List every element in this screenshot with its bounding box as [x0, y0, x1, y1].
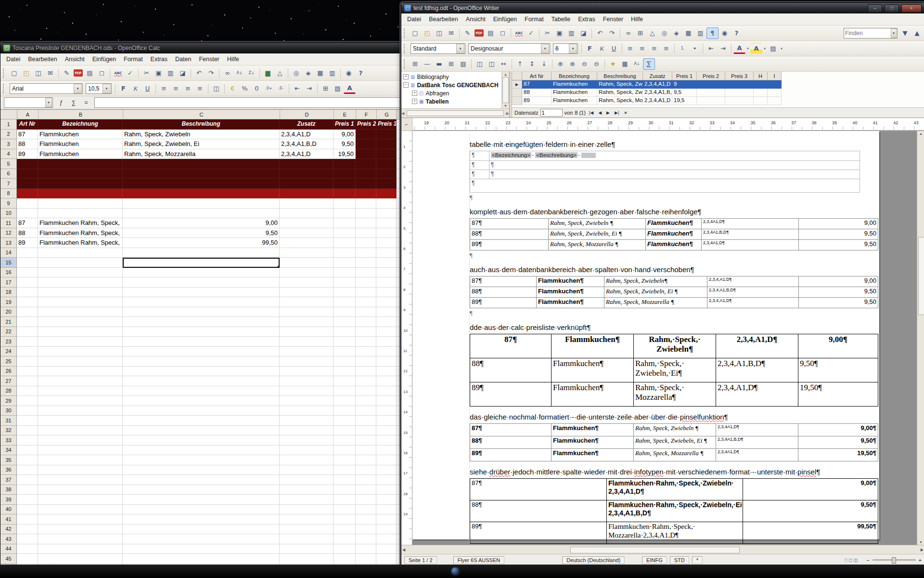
calc-cell-e9[interactable]: [334, 198, 356, 209]
find-replace-icon[interactable]: ◎: [290, 67, 302, 79]
calc-cell-g2[interactable]: [376, 130, 397, 140]
doc-table-cell[interactable]: Rahm,·Speck,· Zwiebeln,·Ei¶: [634, 358, 716, 382]
calc-cell-f37[interactable]: [356, 475, 376, 485]
minimize-button[interactable]: –: [868, 4, 882, 13]
calc-cell-g43[interactable]: [376, 534, 397, 544]
calc-cell-c30[interactable]: [123, 406, 280, 416]
doc-table-cell[interactable]: Rahm, Speck, Zwiebeln ¶: [549, 219, 646, 229]
calc-cell-a33[interactable]: [17, 435, 38, 446]
calc-col-header-e[interactable]: E: [334, 110, 356, 119]
calc-cell-a28[interactable]: [17, 386, 38, 396]
ds-cell[interactable]: [768, 97, 782, 105]
calc-cell-e10[interactable]: [334, 209, 356, 219]
calc-cell-c18[interactable]: [123, 288, 280, 298]
field-chip-beschreibung[interactable]: <Beschreibung>: [535, 152, 578, 158]
line-style-icon[interactable]: —: [421, 58, 433, 70]
first-record-icon[interactable]: |◀: [588, 110, 595, 115]
calc-cell-b42[interactable]: [38, 525, 123, 535]
calc-cell-d29[interactable]: [280, 396, 334, 406]
calc-cell-f1[interactable]: Preis 2: [356, 119, 376, 130]
doc-table-cell[interactable]: 9,50: [799, 287, 878, 298]
doc-table-cell[interactable]: 19,50¶: [798, 449, 878, 461]
calc-cell-g39[interactable]: [376, 495, 397, 505]
calc-cell-e2[interactable]: 9,00: [334, 130, 356, 140]
doc-table-cell[interactable]: Flammkuchen¶: [552, 382, 634, 407]
writer-page[interactable]: tabelle·mit·eingefügten·feldern·in·einer…: [412, 131, 879, 539]
calc-cell-e35[interactable]: [334, 455, 356, 465]
italic-icon[interactable]: K: [129, 83, 141, 94]
doc-table-cell[interactable]: Rahm, Speck, Zwiebeln, Ei ¶: [634, 436, 716, 449]
calc-cell-e36[interactable]: [334, 465, 356, 475]
field-chip-bezeichnung[interactable]: <Bezeichnung>: [491, 152, 531, 158]
calc-cell-f15[interactable]: [356, 258, 376, 268]
cut-icon[interactable]: ✂: [141, 67, 153, 79]
doc-table-cell[interactable]: Flammkuchen¶: [552, 436, 634, 449]
calc-cell-e16[interactable]: [334, 268, 356, 278]
doc-table-cell[interactable]: 87¶: [470, 424, 552, 436]
calc-cell-f25[interactable]: [356, 356, 376, 367]
calc-cell-e29[interactable]: [334, 396, 356, 406]
calc-cell-a6[interactable]: [17, 169, 38, 179]
taskbar-icon[interactable]: [451, 567, 459, 575]
calc-col-header-c[interactable]: C: [123, 110, 280, 119]
highlight-color-icon[interactable]: A: [750, 43, 762, 54]
italic-icon[interactable]: K: [596, 43, 608, 54]
calc-cell-f7[interactable]: [356, 179, 376, 189]
doc-table-cell[interactable]: 88¶: [470, 229, 549, 240]
ds-cell[interactable]: Rahm, Speck, Zwi: [597, 80, 643, 89]
help-icon[interactable]: ?: [355, 67, 367, 79]
calc-cell-a10[interactable]: [17, 209, 38, 219]
calc-cell-f40[interactable]: [356, 505, 376, 515]
calc-cell-c38[interactable]: [123, 485, 280, 495]
calc-cell-f43[interactable]: [356, 534, 376, 544]
ds-cell[interactable]: [768, 89, 782, 97]
calc-cell-f36[interactable]: [356, 465, 376, 475]
calc-cell-b35[interactable]: [38, 455, 123, 465]
calc-cell-f33[interactable]: [356, 435, 376, 446]
spellcheck-icon[interactable]: ABC: [513, 27, 525, 39]
doc-table-cell[interactable]: Flammkuchen¶: [537, 287, 604, 298]
calc-cell-d16[interactable]: [280, 268, 334, 278]
calc-cell-c36[interactable]: [123, 465, 280, 475]
merge-cells-icon[interactable]: ◫: [474, 58, 486, 70]
zoom-slider[interactable]: [873, 559, 916, 561]
calc-cell-c29[interactable]: [123, 396, 280, 406]
calc-cell-f2[interactable]: [356, 130, 376, 140]
calc-cell-f3[interactable]: [356, 139, 376, 149]
print-icon[interactable]: ▤: [84, 67, 96, 79]
calc-cell-g33[interactable]: [376, 435, 397, 446]
calc-cell-d21[interactable]: [280, 317, 334, 327]
doc-table-cell[interactable]: Flammkuchen¶: [537, 276, 604, 287]
delete-row-icon[interactable]: ⊖: [578, 58, 590, 70]
doc-table-cell[interactable]: Flammkuchen¶: [552, 449, 634, 461]
add-decimal-icon[interactable]: .0+: [263, 83, 275, 94]
calc-cell-f4[interactable]: [356, 149, 376, 159]
calc-cell-c34[interactable]: [123, 446, 280, 456]
pdf-export-icon[interactable]: PDF: [74, 69, 83, 77]
new-document-icon[interactable]: ▢: [409, 27, 421, 39]
calc-cell-c25[interactable]: [123, 356, 280, 367]
autospellcheck-icon[interactable]: ✓: [525, 27, 537, 39]
name-box[interactable]: ▾: [4, 97, 53, 108]
calc-cell-e12[interactable]: [334, 228, 356, 238]
ds-col-header[interactable]: Zusatz: [643, 72, 672, 80]
doc-table-cell[interactable]: 88¶: [470, 436, 552, 449]
calc-cell-a5[interactable]: [17, 159, 38, 169]
ds-cell[interactable]: [754, 89, 768, 97]
delete-column-icon[interactable]: ⊖: [590, 58, 603, 70]
calc-cell-e38[interactable]: [334, 485, 356, 495]
calc-cell-g15[interactable]: [376, 258, 397, 268]
calc-cell-b7[interactable]: [38, 179, 123, 189]
calc-cell-a25[interactable]: [17, 356, 38, 367]
calc-cell-d40[interactable]: [280, 505, 334, 515]
paste-icon[interactable]: ▥: [565, 27, 578, 39]
bold-icon[interactable]: F: [584, 43, 596, 54]
doc-table-cell[interactable]: Flammkuchen¶: [646, 240, 702, 250]
sort-ascending-icon[interactable]: A↓: [233, 67, 245, 79]
vertical-ruler[interactable]: 12345678910111213141516171819: [401, 131, 412, 545]
calc-row-header-24[interactable]: 24: [0, 347, 17, 357]
doc-table-cell[interactable]: 19,50¶: [798, 382, 878, 407]
ds-cell[interactable]: [725, 97, 754, 105]
doc-table-cell[interactable]: 89¶: [470, 240, 549, 250]
calc-cell-c21[interactable]: [123, 317, 280, 327]
